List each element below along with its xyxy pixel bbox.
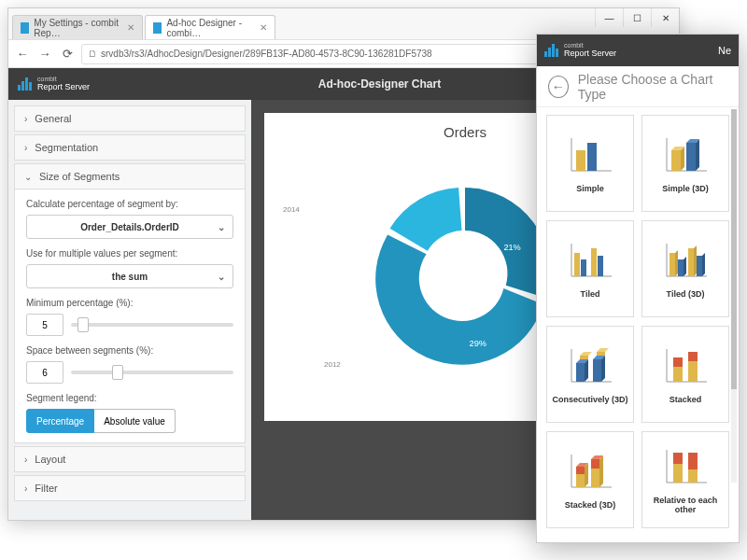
svg-marker-38 [601, 356, 605, 382]
accordion-filter[interactable]: ›Filter [14, 475, 246, 501]
min-pct-label: Minimum percentage (%): [26, 298, 233, 308]
chart-type-label: Stacked [669, 395, 702, 404]
svg-marker-54 [599, 455, 603, 487]
back-icon[interactable]: ← [14, 46, 31, 63]
forward-icon[interactable]: → [36, 46, 53, 63]
accordion-segmentation[interactable]: ›Segmentation [14, 134, 246, 161]
chart-type-stacked-3d[interactable]: Stacked (3D) [546, 431, 634, 528]
chart-type-tiled-3d[interactable]: Tiled (3D) [641, 220, 729, 317]
svg-rect-61 [688, 453, 698, 469]
svg-rect-17 [598, 256, 603, 276]
svg-rect-14 [574, 253, 580, 276]
tab-close-icon[interactable]: ✕ [127, 22, 134, 33]
svg-rect-43 [673, 357, 683, 367]
url-text: srvdb3/rs3/AdhocDesign/Designer/289FB13F… [101, 49, 432, 59]
svg-rect-6 [671, 150, 681, 171]
brand-logo-icon [544, 44, 558, 57]
legend-percentage-button[interactable]: Percentage [26, 409, 94, 433]
chart-type-label: Relative to each other [642, 496, 728, 514]
space-slider[interactable] [71, 371, 233, 374]
svg-rect-49 [576, 467, 585, 474]
svg-rect-59 [673, 453, 683, 464]
accordion-label: Filter [35, 483, 57, 494]
close-button[interactable]: ✕ [651, 8, 679, 27]
svg-rect-44 [688, 361, 698, 382]
space-label: Space between segments (%): [26, 345, 233, 356]
brand: combit Report Server [18, 76, 90, 92]
accordion-header[interactable]: ⌄Size of Segments [14, 163, 246, 189]
accordion-label: General [35, 113, 71, 124]
svg-rect-32 [576, 363, 585, 382]
chevron-right-icon: › [24, 114, 27, 124]
chart-type-label: Consecutively (3D) [552, 395, 627, 404]
chart-type-simple-3d[interactable]: Simple (3D) [641, 115, 729, 212]
chart-type-label: Simple [576, 184, 604, 193]
chart-type-consecutively-3d[interactable]: Consecutively (3D) [546, 326, 634, 423]
brand-name: Report Server [564, 49, 616, 59]
chart-type-label: Tiled [581, 289, 600, 299]
accordion-label: Size of Segments [39, 171, 120, 182]
chart-type-label: Simple (3D) [662, 184, 709, 193]
svg-rect-48 [576, 474, 585, 487]
page-icon: 🗋 [88, 49, 97, 59]
chart-type-label: Stacked (3D) [565, 500, 616, 510]
svg-marker-33 [585, 359, 588, 382]
chart-type-stacked[interactable]: Stacked [641, 326, 729, 423]
window-controls: — ☐ ✕ [595, 8, 679, 27]
accordion-general[interactable]: ›General [14, 105, 246, 132]
panel-header: combit Report Server Ne [537, 35, 739, 66]
svg-rect-52 [591, 469, 599, 487]
brand-small: combit [37, 76, 90, 83]
svg-rect-26 [697, 256, 702, 276]
back-button[interactable]: ← [548, 76, 569, 98]
legend-absolute-button[interactable]: Absolute value [94, 409, 176, 433]
chevron-down-icon: ⌄ [24, 172, 32, 182]
chooser-header: ← Please Choose a Chart Type [537, 66, 739, 107]
svg-rect-45 [688, 352, 698, 361]
browser-tab-0[interactable]: My Settings - combit Rep… ✕ [12, 15, 143, 39]
accordion-size-of-segments: ⌄Size of Segments Calculate percentage o… [14, 163, 246, 443]
svg-rect-53 [591, 459, 599, 469]
minimize-button[interactable]: — [595, 8, 623, 27]
browser-tab-1[interactable]: Ad-hoc Designer - combi… ✕ [145, 15, 275, 39]
multi-select[interactable]: the sum ⌄ [26, 264, 233, 288]
multi-label: Use for multiple values per segment: [26, 248, 233, 259]
maximize-button[interactable]: ☐ [623, 8, 651, 27]
svg-rect-24 [688, 248, 694, 276]
chevron-right-icon: › [24, 483, 27, 494]
sidebar: ›General ›Segmentation ⌄Size of Segments… [8, 100, 251, 520]
calc-select[interactable]: Order_Details.OrderID ⌄ [26, 215, 233, 239]
chevron-down-icon: ⌄ [218, 272, 225, 282]
favicon-icon [153, 22, 162, 34]
accordion-layout[interactable]: ›Layout [14, 446, 246, 472]
chooser-title: Please Choose a Chart Type [578, 72, 727, 102]
donut-label-2014: 2014 [283, 205, 300, 214]
favicon-icon [21, 22, 29, 34]
chart-type-simple[interactable]: Simple [546, 115, 634, 212]
svg-marker-36 [597, 348, 609, 352]
scrollbar[interactable] [731, 109, 737, 483]
chart-type-relative[interactable]: Relative to each other [641, 431, 729, 528]
svg-marker-7 [681, 147, 684, 171]
chevron-right-icon: › [24, 143, 27, 153]
chart-type-panel: combit Report Server Ne ← Please Choose … [536, 34, 740, 543]
reload-icon[interactable]: ⟳ [59, 46, 76, 63]
select-value: the sum [112, 272, 148, 282]
tab-title: Ad-hoc Designer - combi… [166, 18, 255, 38]
tab-close-icon[interactable]: ✕ [260, 22, 267, 33]
svg-rect-15 [581, 259, 586, 276]
svg-rect-9 [686, 143, 696, 171]
brand-name: Report Server [37, 83, 90, 92]
min-pct-input[interactable] [26, 314, 63, 336]
svg-marker-27 [702, 253, 705, 276]
chart-type-tiled[interactable]: Tiled [546, 220, 634, 317]
donut-label-2012: 2012 [324, 360, 341, 369]
svg-marker-31 [580, 352, 592, 356]
brand-small: combit [564, 42, 616, 49]
min-pct-slider[interactable] [71, 323, 233, 327]
scroll-thumb[interactable] [731, 109, 737, 389]
space-input[interactable] [26, 361, 63, 384]
svg-marker-25 [694, 245, 697, 276]
chart-type-label: Tiled (3D) [667, 289, 705, 299]
calc-label: Calculate percentage of segment by: [26, 199, 233, 209]
